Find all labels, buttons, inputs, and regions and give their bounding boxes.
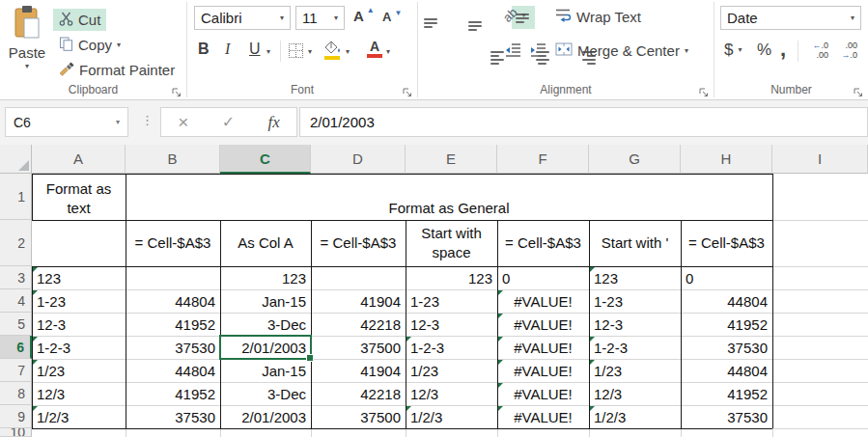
col-header-E[interactable]: E xyxy=(406,145,497,174)
shrink-font-button[interactable]: A▼ xyxy=(382,10,404,24)
cell-C9[interactable]: 2/01/2003 xyxy=(220,405,311,428)
alignment-dialog-launcher-icon[interactable] xyxy=(699,85,710,96)
cell-H9[interactable]: 37530 xyxy=(681,405,772,428)
cell-B8[interactable]: 41952 xyxy=(126,382,220,405)
cell-H7[interactable]: 44804 xyxy=(681,359,772,382)
cell-B6[interactable]: 37530 xyxy=(126,336,220,359)
cell-F4[interactable]: #VALUE! xyxy=(497,289,589,313)
cell-E2[interactable]: Start with space xyxy=(406,220,497,266)
paste-button[interactable]: Paste ▾ xyxy=(6,5,48,84)
cell-D7[interactable]: 41904 xyxy=(311,359,406,382)
cell-C7[interactable]: Jan-15 xyxy=(220,359,311,382)
italic-button[interactable]: I xyxy=(225,41,230,58)
cell-F9[interactable]: #VALUE! xyxy=(497,405,589,428)
cell-A7[interactable]: 1/23 xyxy=(32,359,126,382)
cell-H5[interactable]: 41952 xyxy=(681,313,772,336)
cell-B2[interactable]: = Cell-$A$3 xyxy=(126,220,220,266)
cell-B1-H1-merged[interactable]: Format as General xyxy=(126,174,772,220)
wrap-text-button[interactable]: Wrap Text xyxy=(555,8,641,25)
cell-A8[interactable]: 12/3 xyxy=(32,382,126,405)
cancel-button[interactable]: × xyxy=(178,112,188,133)
cell-E5[interactable]: 12-3 xyxy=(406,313,497,336)
increase-decimal-button[interactable]: ←.0 .00 xyxy=(805,41,828,60)
cell-C3[interactable]: 123 xyxy=(220,266,311,289)
cell-A1[interactable]: Format as text xyxy=(32,174,126,220)
cell-B9[interactable]: 37530 xyxy=(126,405,220,428)
cell-G8[interactable]: 12/3 xyxy=(589,382,681,405)
cell-E6[interactable]: 1-2-3 xyxy=(406,336,497,359)
cell-E8[interactable]: 12/3 xyxy=(406,382,497,405)
enter-button[interactable]: ✓ xyxy=(222,113,235,131)
borders-button[interactable] xyxy=(289,43,303,58)
increase-indent-button[interactable] xyxy=(530,42,546,58)
comma-button[interactable]: , xyxy=(780,37,786,62)
font-size-combo[interactable]: 11 ▾ xyxy=(295,6,345,30)
row-header-8[interactable]: 8 xyxy=(0,382,32,405)
number-dialog-launcher-icon[interactable] xyxy=(854,85,864,96)
cell-D4[interactable]: 41904 xyxy=(311,289,406,313)
cell-F6[interactable]: #VALUE! xyxy=(497,336,589,359)
decrease-indent-button[interactable] xyxy=(505,42,521,58)
cell-B7[interactable]: 44804 xyxy=(126,359,220,382)
col-header-F[interactable]: F xyxy=(497,145,589,174)
cell-G6[interactable]: 1-2-3 xyxy=(589,336,681,359)
font-color-button[interactable]: A xyxy=(367,40,382,60)
font-color-caret-icon[interactable]: ▾ xyxy=(386,48,390,56)
clipboard-dialog-launcher-icon[interactable] xyxy=(172,85,182,96)
cell-F2[interactable]: = Cell-$A$3 xyxy=(497,220,589,266)
formula-bar-dots-icon[interactable]: ⋮ xyxy=(141,113,154,127)
cell-D5[interactable]: 42218 xyxy=(311,313,406,336)
cell-D6[interactable]: 37500 xyxy=(311,336,406,359)
cell-G7[interactable]: 1/23 xyxy=(589,359,681,382)
cell-E4[interactable]: 1-23 xyxy=(406,289,497,313)
fill-handle[interactable] xyxy=(306,354,314,362)
cell-C5[interactable]: 3-Dec xyxy=(220,313,311,336)
cell-H4[interactable]: 44804 xyxy=(681,289,772,313)
col-header-B[interactable]: B xyxy=(126,145,220,174)
cell-H6[interactable]: 37530 xyxy=(681,336,772,359)
cell-C4[interactable]: Jan-15 xyxy=(220,289,311,313)
cell-B4[interactable]: 44804 xyxy=(126,289,220,313)
cell-H2[interactable]: = Cell-$A$3 xyxy=(681,220,772,266)
row-header-4[interactable]: 4 xyxy=(0,289,32,313)
name-box[interactable]: C6 ▾ xyxy=(5,107,128,137)
fill-color-button[interactable] xyxy=(324,41,342,60)
name-box-caret-icon[interactable]: ▾ xyxy=(116,119,120,126)
cell-D2[interactable]: = Cell-$A$3 xyxy=(311,220,406,266)
insert-function-button[interactable]: fx xyxy=(267,113,279,132)
col-header-C[interactable]: C xyxy=(220,145,311,174)
cell-C2[interactable]: As Col A xyxy=(220,220,311,266)
col-header-I[interactable]: I xyxy=(772,145,868,174)
cell-F5[interactable]: #VALUE! xyxy=(497,313,589,336)
cell-G3[interactable]: 123 xyxy=(589,266,681,289)
underline-button[interactable]: U xyxy=(249,41,261,58)
underline-caret-icon[interactable]: ▾ xyxy=(266,48,270,56)
decrease-decimal-button[interactable]: .00 →.0 xyxy=(834,41,857,60)
cell-G2[interactable]: Start with ' xyxy=(589,220,681,266)
currency-button[interactable]: $ ▾ xyxy=(724,41,742,60)
cell-A9[interactable]: 1/2/3 xyxy=(32,405,126,428)
cell-A3[interactable]: 123 xyxy=(32,266,126,289)
row-header-2[interactable]: 2 xyxy=(0,220,32,266)
orientation-button[interactable]: ab ▾ xyxy=(503,8,525,22)
row-header-5[interactable]: 5 xyxy=(0,313,32,336)
col-header-D[interactable]: D xyxy=(311,145,406,174)
bold-button[interactable]: B xyxy=(198,41,210,58)
cell-D9[interactable]: 37500 xyxy=(311,405,406,428)
font-dialog-launcher-icon[interactable] xyxy=(403,85,413,96)
col-header-H[interactable]: H xyxy=(681,145,772,174)
cell-F3[interactable]: 0 xyxy=(497,266,589,289)
copy-button[interactable]: Copy ▾ xyxy=(53,34,126,56)
cell-A6[interactable]: 1-2-3 xyxy=(32,336,126,359)
row-header-3[interactable]: 3 xyxy=(0,266,32,289)
row-header-9[interactable]: 9 xyxy=(0,405,32,428)
cell-G5[interactable]: 12-3 xyxy=(589,313,681,336)
row-header-10[interactable]: 10 xyxy=(0,428,32,437)
col-header-G[interactable]: G xyxy=(589,145,681,174)
font-name-combo[interactable]: Calibri ▾ xyxy=(194,6,291,30)
number-format-combo[interactable]: Date ▾ xyxy=(720,6,861,30)
cell-B5[interactable]: 41952 xyxy=(126,313,220,336)
cell-H3[interactable]: 0 xyxy=(681,266,772,289)
cell-G9[interactable]: 1/2/3 xyxy=(589,405,681,428)
cell-H8[interactable]: 41952 xyxy=(681,382,772,405)
